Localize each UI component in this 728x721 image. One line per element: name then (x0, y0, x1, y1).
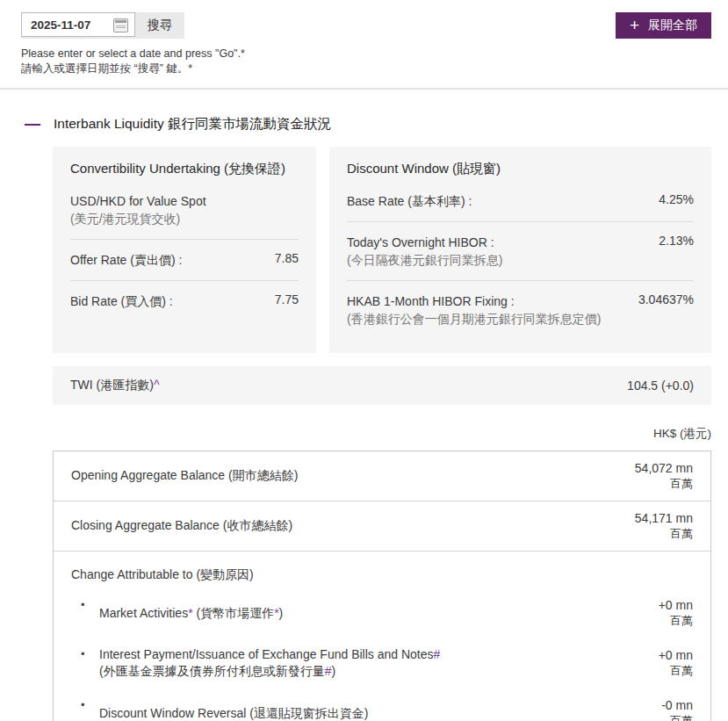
market-activities-unit: 百萬 (659, 613, 693, 629)
plus-icon: + (630, 17, 639, 33)
market-activities-row: • Market Activities* (貨幣市場運作*) +0 mn 百萬 (54, 588, 710, 638)
market-activities-zh: (貨幣市場運作 (193, 606, 275, 620)
bid-rate-value: 7.75 (264, 292, 299, 306)
date-hint: Please enter or select a date and press … (0, 39, 728, 76)
search-button[interactable]: 搜尋 (135, 12, 184, 39)
change-attributable-section: Change Attributable to (變動原因) • Market A… (54, 552, 710, 721)
hkab-hibor-value: 3.04637% (628, 292, 694, 306)
aggregate-balance-table: Opening Aggregate Balance (開市總結餘) 54,072… (53, 451, 711, 721)
twi-row: TWI (港匯指數)^ 104.5 (+0.0) (53, 366, 711, 405)
cu-subtitle-zh: (美元/港元現貨交收) (70, 210, 299, 227)
overnight-hibor-label-zh: (今日隔夜港元銀行同業拆息) (347, 253, 502, 267)
interbank-liquidity-content: Convertibility Undertaking (兌換保證) USD/HK… (53, 147, 711, 721)
discount-window-reversal-label: Discount Window Reversal (退還貼現窗拆出資金) (91, 705, 649, 721)
discount-window-reversal-unit: 百萬 (661, 713, 693, 721)
date-field[interactable] (21, 12, 135, 37)
overnight-hibor-value: 2.13% (648, 234, 694, 248)
offer-rate-value: 7.85 (264, 251, 299, 265)
bid-rate-row: Bid Rate (買入價) : 7.75 (70, 280, 299, 321)
twi-value: 104.5 (+0.0) (627, 379, 694, 393)
overnight-hibor-label-en: Today's Overnight HIBOR : (347, 235, 494, 249)
closing-balance-value: 54,171 mn (635, 510, 693, 526)
overnight-hibor-row: Today's Overnight HIBOR : (今日隔夜港元銀行同業拆息)… (347, 221, 694, 280)
discount-window-reversal-text: Discount Window Reversal (退還貼現窗拆出資金) (99, 706, 369, 720)
page-divider (0, 88, 728, 90)
bullet-icon: • (81, 697, 91, 711)
bullet-icon: • (81, 646, 91, 660)
interest-payment-zh: (外匯基金票據及債券所付利息或新發行量 (99, 664, 325, 678)
footnote-hash-link[interactable]: # (434, 647, 441, 661)
opening-balance-row: Opening Aggregate Balance (開市總結餘) 54,072… (54, 451, 710, 501)
market-activities-text: Market Activities (99, 606, 188, 620)
opening-balance-label: Opening Aggregate Balance (開市總結餘) (71, 468, 298, 484)
closing-balance-row: Closing Aggregate Balance (收市總結餘) 54,171… (54, 501, 710, 552)
dw-panel-title: Discount Window (貼現窗) (347, 161, 694, 177)
twi-footnote-link[interactable]: ^ (154, 378, 160, 392)
currency-unit-note: HK$ (港元) (53, 426, 711, 442)
date-hint-zh: 請輸入或選擇日期並按 “搜尋” 鍵。* (21, 61, 707, 76)
market-activities-value: +0 mn (659, 597, 693, 613)
hkab-hibor-label-en: HKAB 1-Month HIBOR Fixing : (347, 294, 515, 308)
market-activities-label: Market Activities* (貨幣市場運作*) (91, 605, 646, 622)
interest-payment-close: ) (331, 664, 335, 678)
base-rate-row: Base Rate (基本利率) : 4.25% (347, 192, 694, 221)
discount-window-panel: Discount Window (貼現窗) Base Rate (基本利率) :… (329, 147, 711, 353)
base-rate-label: Base Rate (基本利率) : (347, 192, 472, 210)
twi-label: TWI (港匯指數)^ (70, 378, 159, 393)
expand-all-label: 展開全部 (648, 18, 697, 33)
discount-window-reversal-row: • Discount Window Reversal (退還貼現窗拆出資金) -… (54, 689, 710, 721)
calendar-icon[interactable] (113, 18, 128, 32)
interest-payment-text: Interest Payment/Issuance of Exchange Fu… (99, 647, 434, 661)
interest-payment-row: • Interest Payment/Issuance of Exchange … (54, 638, 710, 689)
bid-rate-label: Bid Rate (買入價) : (70, 292, 173, 310)
interest-payment-label: Interest Payment/Issuance of Exchange Fu… (91, 646, 646, 680)
opening-balance-value: 54,072 mn (635, 460, 693, 476)
topbar: 搜尋 + 展開全部 (0, 0, 728, 39)
hkab-hibor-row: HKAB 1-Month HIBOR Fixing : (香港銀行公會一個月期港… (347, 280, 694, 339)
date-hint-en: Please enter or select a date and press … (21, 47, 707, 61)
offer-rate-row: Offer Rate (賣出價) : 7.85 (70, 239, 299, 280)
market-activities-close: ) (279, 606, 284, 620)
rate-panels: Convertibility Undertaking (兌換保證) USD/HK… (53, 147, 711, 353)
date-input[interactable] (22, 18, 115, 32)
collapse-dash-icon[interactable] (25, 124, 40, 126)
closing-balance-unit: 百萬 (635, 526, 693, 542)
bullet-icon: • (81, 597, 91, 611)
twi-label-text: TWI (港匯指數) (70, 378, 154, 392)
date-search-group: 搜尋 (21, 12, 184, 39)
opening-balance-unit: 百萬 (635, 476, 693, 492)
section-title: Interbank Liquidity 銀行同業市場流動資金狀況 (54, 115, 331, 133)
interest-payment-value: +0 mn (659, 647, 693, 663)
closing-balance-label: Closing Aggregate Balance (收市總結餘) (71, 518, 292, 534)
cu-panel-title: Convertibility Undertaking (兌換保證) (70, 161, 299, 177)
section-header[interactable]: Interbank Liquidity 銀行同業市場流動資金狀況 (25, 115, 728, 133)
base-rate-value: 4.25% (648, 192, 694, 206)
cu-subtitle-en: USD/HKD for Value Spot (70, 192, 299, 210)
interest-payment-unit: 百萬 (659, 663, 693, 679)
hkab-hibor-label-zh: (香港銀行公會一個月期港元銀行同業拆息定價) (347, 312, 601, 326)
change-attributable-header: Change Attributable to (變動原因) (54, 559, 710, 588)
expand-all-button[interactable]: + 展開全部 (616, 12, 711, 39)
discount-window-reversal-value: -0 mn (661, 697, 693, 713)
convertibility-undertaking-panel: Convertibility Undertaking (兌換保證) USD/HK… (53, 147, 316, 353)
offer-rate-label: Offer Rate (賣出價) : (70, 251, 182, 269)
cu-panel-subtitle: USD/HKD for Value Spot (美元/港元現貨交收) (70, 192, 299, 227)
